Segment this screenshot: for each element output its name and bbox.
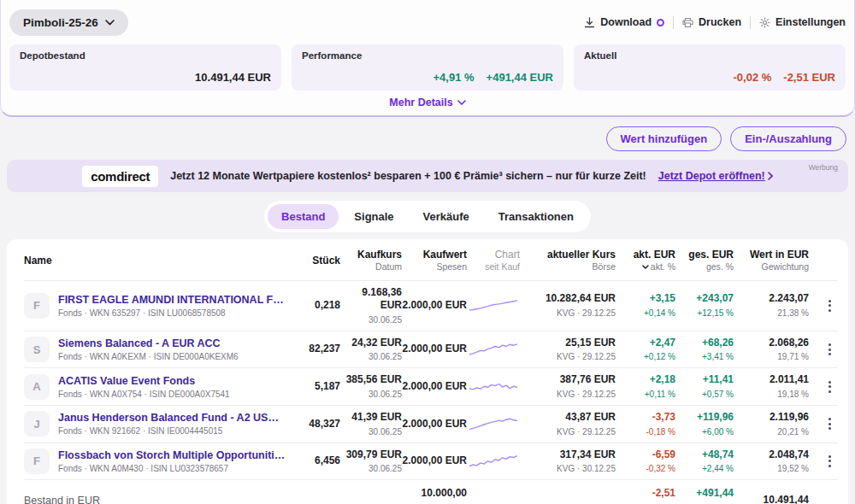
add-value-button[interactable]: Wert hinzufügen	[606, 126, 722, 151]
depotbestand-value: 10.491,44 EUR	[195, 71, 271, 84]
kurs-value: 317,34 EUR	[520, 448, 616, 462]
tab-signale[interactable]: Signale	[340, 204, 407, 229]
row-menu-button[interactable]	[822, 450, 838, 472]
open-depot-link[interactable]: Jetzt Depot eröffnen!	[658, 170, 773, 182]
col-chart: Chart	[467, 249, 520, 261]
kaufdatum: 30.06.25	[340, 464, 402, 474]
table-row: S Siemens Balanced - A EUR ACC Fonds · W…	[24, 331, 838, 368]
ges-pct-value: +0,57 %	[675, 390, 734, 400]
boerse-info: KVG · 29.12.25	[520, 308, 616, 319]
ges-pct-value: +6,00 %	[675, 427, 734, 437]
akt-eur-value: -6,59	[616, 448, 675, 462]
akt-eur-value: -3,73	[616, 411, 675, 425]
kaufdatum: 30.06.25	[340, 427, 402, 437]
divider	[750, 16, 751, 29]
akt-pct-value: -0,32 %	[616, 464, 675, 474]
col-chart-sub: seit Kauf	[467, 261, 520, 273]
akt-eur-value: +3,15	[616, 292, 675, 306]
wert-value: 2.119,96	[734, 411, 809, 425]
fund-avatar: A	[24, 374, 50, 400]
ges-eur-value: +11,41	[675, 373, 734, 387]
col-gewichtung: Gewichtung	[734, 261, 809, 273]
stueck-value: 48,327	[286, 418, 340, 431]
fund-name-link[interactable]: FIRST EAGLE AMUNDI INTERNATIONAL FUND - …	[58, 294, 286, 306]
portfolio-actions-row: Wert hinzufügen Ein-/Auszahlung	[0, 117, 855, 160]
deposit-withdraw-button[interactable]: Ein-/Auszahlung	[730, 126, 846, 151]
row-menu-button[interactable]	[822, 295, 838, 317]
kaufdatum: 30.06.25	[340, 352, 402, 362]
kaufwert-value: 2.000,00 EUR	[402, 380, 467, 394]
ges-pct-value: +2,44 %	[675, 464, 734, 474]
akt-eur-value: +2,18	[616, 373, 675, 387]
fund-name-link[interactable]: ACATIS Value Event Fonds	[58, 375, 230, 387]
kaufwert-value: 2.000,00 EUR	[402, 299, 467, 313]
col-kaufwert: Kaufwert	[402, 249, 467, 261]
kaufwert-value: 2.000,00 EUR	[402, 454, 467, 468]
stueck-value: 0,218	[286, 299, 340, 313]
kurs-value: 10.282,64 EUR	[520, 292, 616, 306]
download-label: Download	[600, 16, 652, 28]
row-menu-button[interactable]	[822, 338, 838, 360]
performance-percent: +4,91 %	[433, 71, 475, 84]
kaufdatum: 30.06.25	[340, 390, 402, 400]
fund-meta: Fonds · WKN 921662 · ISIN IE0004445015	[58, 426, 286, 436]
row-menu-button[interactable]	[822, 413, 838, 435]
portfolio-selector[interactable]: Pimboli-25-26	[9, 9, 128, 36]
comdirect-logo: comdirect	[82, 166, 158, 187]
table-header: Name Stück Kaufkurs Datum Kaufwert Spese…	[24, 241, 838, 280]
col-kurs-sub: Börse	[520, 261, 616, 273]
kaufkurs-value: 385,56 EUR	[340, 373, 402, 387]
sort-chevron-down-icon	[642, 265, 649, 269]
boerse-info: KVG · 29.12.25	[520, 390, 616, 400]
tab-transaktionen[interactable]: Transaktionen	[485, 204, 587, 229]
col-akt-pct-sort[interactable]: akt. %	[616, 261, 675, 273]
card-depotbestand: Depotbestand 10.491,44 EUR	[9, 44, 281, 91]
akt-pct-value: +0,14 %	[616, 308, 675, 319]
fund-avatar: F	[24, 293, 50, 319]
wert-value: 2.068,26	[734, 337, 809, 350]
table-row: F Flossbach von Storch Multiple Opportun…	[24, 442, 838, 480]
chevron-down-icon	[457, 100, 466, 105]
col-ges-eur: ges. EUR	[675, 249, 734, 261]
kaufdatum: 30.06.25	[340, 315, 402, 325]
sparkline-chart	[467, 453, 520, 470]
tab-verkaeufe[interactable]: Verkäufe	[410, 204, 483, 229]
download-badge-icon	[657, 19, 664, 26]
gear-icon	[759, 17, 770, 28]
col-kaufwert-sub: Spesen	[402, 261, 467, 273]
akt-pct-value: +0,12 %	[616, 352, 675, 362]
download-button[interactable]: Download	[584, 16, 664, 28]
col-name: Name	[24, 255, 286, 267]
summary-cards: Depotbestand 10.491,44 EUR Performance +…	[9, 44, 846, 91]
kurs-value: 387,76 EUR	[520, 373, 616, 387]
stueck-value: 6,456	[286, 454, 340, 468]
card-label: Aktuell	[584, 50, 835, 61]
print-button[interactable]: Drucken	[682, 16, 741, 28]
fund-name-link[interactable]: Flossbach von Storch Multiple Opportunit…	[58, 449, 286, 461]
gewichtung-value: 21,38 %	[734, 308, 809, 319]
portfolio-selector-label: Pimboli-25-26	[23, 16, 98, 29]
chevron-right-icon	[768, 172, 773, 180]
fund-name-link[interactable]: Janus Henderson Balanced Fund - A2 USD A…	[58, 412, 286, 424]
ad-badge: Werbung	[809, 163, 838, 172]
fund-meta: Fonds · WKN A0M430 · ISIN LU0323578657	[58, 464, 286, 473]
settings-button[interactable]: Einstellungen	[759, 16, 846, 28]
col-ges-pct: ges. %	[675, 261, 734, 273]
ad-text: Jetzt 12 Monate Wertpapiere kostenlos² b…	[170, 170, 646, 182]
boerse-info: KVG · 30.12.25	[520, 464, 616, 474]
stueck-value: 82,237	[286, 343, 340, 356]
kaufkurs-value: 41,39 EUR	[340, 411, 402, 425]
more-details-button[interactable]: Mehr Details	[9, 91, 846, 115]
depot-summary-panel: Pimboli-25-26 Download Drucken	[0, 0, 855, 117]
aktuell-value: -2,51 EUR	[783, 71, 835, 84]
footer-row-bestand: Bestand in EUR 10.000,000,00 -2,51-0,02 …	[24, 479, 838, 504]
gewichtung-value: 19,71 %	[734, 352, 809, 362]
view-tabs: Bestand Signale Verkäufe Transaktionen	[264, 201, 591, 232]
tab-bestand[interactable]: Bestand	[268, 204, 339, 229]
kaufwert-value: 2.000,00 EUR	[402, 418, 467, 431]
col-stueck: Stück	[286, 255, 340, 267]
fund-name-link[interactable]: Siemens Balanced - A EUR ACC	[58, 337, 239, 349]
row-menu-button[interactable]	[822, 376, 838, 398]
boerse-info: KVG · 29.12.25	[520, 352, 616, 362]
ad-banner[interactable]: Werbung comdirect Jetzt 12 Monate Wertpa…	[7, 160, 848, 192]
